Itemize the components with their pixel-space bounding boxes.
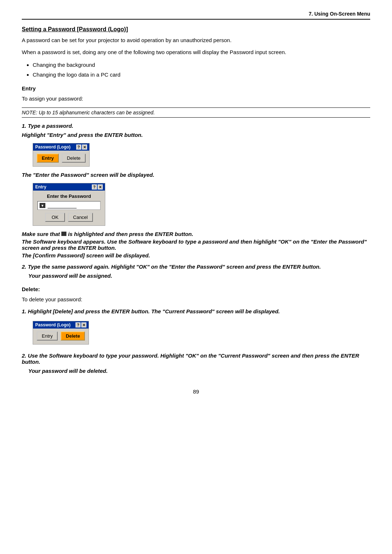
- step2-num: 2.: [22, 264, 26, 270]
- entry-cancel-btn[interactable]: Cancel: [68, 213, 93, 222]
- bullet-item-1: Changing the background: [33, 60, 370, 70]
- step1-highlight: Highlight "Entry" and press the ENTER bu…: [22, 132, 370, 138]
- delete-step2: 2. Use the Software keyboard to type you…: [22, 353, 370, 365]
- entry-desc: To assign your password:: [22, 94, 370, 103]
- delete-desc: To delete your password:: [22, 295, 370, 304]
- dialog3-icons: ? ✕: [75, 322, 86, 327]
- delete-step1-text: Highlight [Delete] and press the ENTER b…: [28, 308, 280, 314]
- note-text: NOTE: Up to 15 alphanumeric characters c…: [22, 110, 155, 115]
- step1-note3: The [Confirm Password] screen will be di…: [22, 252, 370, 258]
- dialog3-entry-btn[interactable]: Entry: [37, 331, 58, 341]
- step1-num: 1.: [22, 123, 26, 129]
- dialog1-help-btn[interactable]: ?: [76, 144, 81, 150]
- dialog1-titlebar: Password (Logo) ? ✕: [33, 143, 89, 151]
- step2-text: Type the same password again. Highlight …: [28, 264, 321, 270]
- password-logo-dialog-1: Password (Logo) ? ✕ Entry Delete: [33, 143, 90, 167]
- entry-label: Entry: [22, 85, 370, 91]
- note-box: NOTE: Up to 15 alphanumeric characters c…: [22, 107, 370, 118]
- delete-step2-text: Use the Software keyboard to type your p…: [22, 353, 359, 365]
- dialog3-delete-btn[interactable]: Delete: [61, 331, 85, 341]
- section-title: Setting a Password [Password (Logo)]: [22, 26, 370, 33]
- entry-dialog-help-btn[interactable]: ?: [92, 184, 97, 190]
- step1-note1-icon: [61, 232, 66, 236]
- dialog1-body: Entry Delete: [33, 151, 89, 166]
- step1-after: The "Enter the Password" screen will be …: [22, 172, 370, 178]
- step1-note2: The Software keyboard appears. Use the S…: [22, 239, 370, 251]
- entry-ok-btn[interactable]: OK: [45, 213, 65, 222]
- dialog3-close-btn[interactable]: ✕: [81, 322, 86, 327]
- dialog3-title: Password (Logo): [35, 322, 70, 327]
- entry-dialog-icons: ? ✕: [92, 184, 103, 190]
- intro-text-1: A password can be set for your projector…: [22, 36, 370, 45]
- entry-dialog-title: Entry: [35, 184, 46, 190]
- entry-input-field[interactable]: [48, 203, 77, 208]
- dialog3-help-btn[interactable]: ?: [75, 322, 81, 327]
- delete-step2-num: 2.: [22, 353, 26, 359]
- step1-note1-end: is highlighted and then press the ENTER …: [68, 231, 193, 237]
- delete-label: Delete:: [22, 286, 370, 292]
- dialog1-icons: ? ✕: [76, 144, 87, 150]
- delete-step2-bold: Your password will be deleted.: [28, 368, 370, 374]
- entry-dialog: Entry ? ✕ Enter the Password ▼ OK Cancel: [33, 183, 105, 226]
- entry-dialog-body: Enter the Password ▼ OK Cancel: [33, 191, 105, 225]
- password-logo-dialog-2: Password (Logo) ? ✕ Entry Delete: [33, 321, 89, 345]
- dialog3-body: Entry Delete: [33, 329, 89, 344]
- step2-bold: Your password will be assigned.: [28, 273, 370, 279]
- dialog1-entry-btn[interactable]: Entry: [37, 154, 59, 163]
- intro-text-2: When a password is set, doing any one of…: [22, 48, 370, 57]
- entry-dialog-close-btn[interactable]: ✕: [98, 184, 103, 190]
- entry-input-icon: ▼: [40, 203, 45, 208]
- chapter-title: 7. Using On-Screen Menu: [309, 11, 370, 17]
- dialog1-title: Password (Logo): [35, 144, 70, 150]
- dialog3-titlebar: Password (Logo) ? ✕: [33, 321, 89, 329]
- bullet-list: Changing the background Changing the log…: [33, 60, 370, 80]
- enter-password-label: Enter the Password: [37, 194, 101, 199]
- entry-btn-row: OK Cancel: [37, 213, 101, 222]
- delete-step1-num: 1.: [22, 308, 26, 314]
- entry-dialog-titlebar: Entry ? ✕: [33, 183, 105, 191]
- entry-input-row: ▼: [37, 201, 101, 210]
- step1: 1. Type a password.: [22, 123, 370, 129]
- page-number: 89: [22, 388, 370, 395]
- dialog1-delete-btn[interactable]: Delete: [62, 154, 86, 163]
- step2: 2. Type the same password again. Highlig…: [22, 264, 370, 270]
- bullet-item-2: Changing the logo data in a PC card: [33, 70, 370, 80]
- step1-text: Type a password.: [28, 123, 73, 129]
- step1-note1-text: Make sure that: [22, 231, 60, 237]
- step1-note1: Make sure that is highlighted and then p…: [22, 231, 370, 237]
- delete-step1: 1. Highlight [Delete] and press the ENTE…: [22, 308, 370, 314]
- page-header: 7. Using On-Screen Menu: [22, 11, 370, 20]
- dialog1-close-btn[interactable]: ✕: [82, 144, 87, 150]
